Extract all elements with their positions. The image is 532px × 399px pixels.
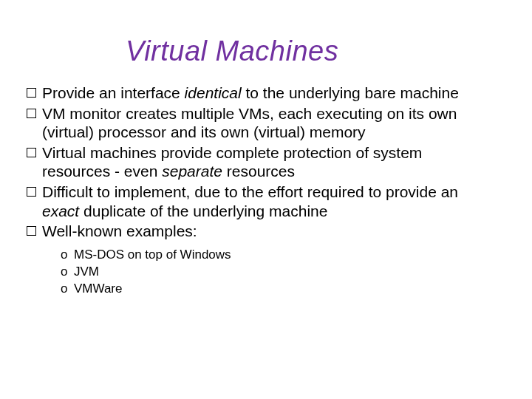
bullet-item: VM monitor creates multiple VMs, each ex…: [27, 104, 505, 123]
slide-body: Provide an interface identical to the un…: [27, 83, 505, 298]
bullet-item: Difficult to implement, due to the effor…: [27, 183, 505, 202]
text-italic: identical: [185, 84, 242, 101]
text-italic: separate: [162, 163, 222, 180]
bullet-continuation: resources - even separate resources: [27, 162, 505, 181]
square-bullet-icon: [27, 226, 36, 236]
slide: Virtual Machines Provide an interface id…: [0, 35, 532, 399]
circle-bullet-icon: o: [61, 281, 74, 298]
text-fragment: resources - even: [42, 163, 162, 180]
bullet-text: Virtual machines provide complete protec…: [42, 143, 505, 163]
slide-title: Virtual Machines: [126, 35, 532, 67]
sub-bullet-item: o VMWare: [61, 281, 505, 298]
sub-bullet-item: o JVM: [61, 264, 505, 281]
bullet-continuation: exact duplicate of the underlying machin…: [27, 202, 505, 221]
bullet-item: Virtual machines provide complete protec…: [27, 143, 505, 163]
bullet-continuation: (virtual) processor and its own (virtual…: [27, 123, 505, 142]
square-bullet-icon: [27, 148, 36, 157]
sub-bullet-text: JVM: [74, 264, 99, 281]
sub-bullet-item: o MS-DOS on top of Windows: [61, 247, 505, 264]
square-bullet-icon: [27, 109, 36, 118]
text-fragment: Provide an interface: [42, 84, 185, 101]
text-fragment: resources: [222, 163, 295, 180]
sub-bullet-list: o MS-DOS on top of Windows o JVM o VMWar…: [61, 247, 505, 298]
circle-bullet-icon: o: [61, 247, 74, 264]
square-bullet-icon: [27, 187, 36, 197]
square-bullet-icon: [27, 88, 36, 98]
circle-bullet-icon: o: [61, 264, 74, 281]
text-italic: exact: [42, 202, 79, 219]
sub-bullet-text: VMWare: [74, 281, 123, 298]
bullet-text: VM monitor creates multiple VMs, each ex…: [42, 104, 505, 123]
bullet-item: Well-known examples:: [27, 222, 505, 241]
sub-bullet-text: MS-DOS on top of Windows: [74, 247, 231, 264]
bullet-text: Provide an interface identical to the un…: [42, 83, 505, 103]
text-fragment: duplicate of the underlying machine: [79, 202, 327, 219]
bullet-item: Provide an interface identical to the un…: [27, 83, 505, 103]
bullet-text: Difficult to implement, due to the effor…: [42, 183, 505, 202]
text-fragment: to the underlying bare machine: [242, 84, 459, 101]
bullet-text: Well-known examples:: [42, 222, 505, 241]
